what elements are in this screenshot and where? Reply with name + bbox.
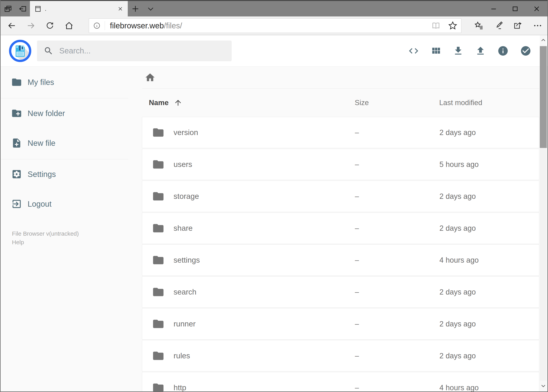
close-tab-icon[interactable] bbox=[117, 6, 124, 12]
breadcrumb-home-button[interactable] bbox=[145, 72, 156, 83]
file-size: – bbox=[350, 288, 437, 296]
file-row[interactable]: http – 4 hours ago bbox=[142, 372, 539, 392]
url-text[interactable]: filebrowser.web/files/ bbox=[110, 21, 182, 30]
back-button[interactable] bbox=[2, 18, 21, 34]
settings-icon bbox=[11, 169, 22, 180]
search-bar[interactable] bbox=[37, 41, 232, 61]
home-icon bbox=[64, 21, 74, 30]
file-name: search bbox=[173, 288, 196, 296]
upload-button[interactable] bbox=[475, 45, 486, 56]
sidebar-divider bbox=[0, 98, 128, 98]
breadcrumb bbox=[142, 67, 539, 88]
help-link[interactable]: Help bbox=[12, 238, 24, 246]
file-size: – bbox=[350, 320, 437, 328]
select-multiple-button[interactable] bbox=[520, 45, 531, 56]
scrollbar-up-button[interactable] bbox=[540, 35, 547, 45]
folder-icon bbox=[152, 190, 165, 203]
page-scrollbar[interactable] bbox=[540, 35, 547, 391]
settings-more-button[interactable] bbox=[528, 18, 548, 34]
reading-view-button[interactable] bbox=[428, 19, 444, 33]
share-icon bbox=[513, 21, 523, 30]
file-row[interactable]: share – 2 days ago bbox=[142, 213, 539, 244]
check-circle-icon bbox=[520, 45, 531, 56]
chevron-up-icon bbox=[541, 38, 546, 43]
file-name: users bbox=[173, 160, 192, 169]
logout-icon bbox=[11, 198, 22, 210]
title-bar: . bbox=[0, 0, 548, 16]
refresh-icon bbox=[45, 21, 54, 30]
file-name-cell: share bbox=[142, 222, 350, 234]
code-icon bbox=[408, 45, 419, 56]
sidebar-item-logout[interactable]: Logout bbox=[0, 192, 128, 216]
minimize-icon bbox=[490, 5, 498, 13]
info-button[interactable] bbox=[497, 45, 509, 56]
set-tabs-aside-button[interactable] bbox=[15, 1, 30, 16]
info-icon bbox=[497, 45, 509, 56]
grid-view-button[interactable] bbox=[430, 45, 441, 56]
app-header bbox=[0, 35, 548, 67]
folder-icon bbox=[152, 286, 165, 298]
file-row[interactable]: rules – 2 days ago bbox=[142, 340, 539, 371]
hub-icon bbox=[474, 21, 484, 30]
add-favorite-button[interactable] bbox=[444, 19, 461, 33]
sidebar-item-new-folder[interactable]: New folder bbox=[0, 102, 128, 125]
file-modified: 4 hours ago bbox=[437, 384, 539, 392]
tab-preview-button[interactable] bbox=[0, 1, 15, 16]
file-row[interactable]: users – 5 hours ago bbox=[142, 149, 539, 180]
file-name-cell: rules bbox=[142, 350, 350, 362]
file-row[interactable]: settings – 4 hours ago bbox=[142, 245, 539, 276]
file-size: – bbox=[350, 384, 437, 392]
tab-dropdown-button[interactable] bbox=[143, 1, 158, 16]
column-header-size[interactable]: Size bbox=[350, 99, 437, 107]
column-header-name[interactable]: Name bbox=[142, 98, 350, 107]
page-icon bbox=[34, 5, 42, 13]
raw-view-button[interactable] bbox=[408, 45, 419, 56]
file-size: – bbox=[350, 224, 437, 232]
url-separator bbox=[105, 21, 105, 30]
file-name: version bbox=[173, 128, 198, 137]
file-size: – bbox=[350, 128, 437, 137]
file-modified: 2 days ago bbox=[437, 192, 539, 201]
scrollbar-down-button[interactable] bbox=[540, 381, 547, 391]
column-header-modified[interactable]: Last modified bbox=[437, 99, 539, 107]
maximize-button[interactable] bbox=[504, 1, 526, 16]
download-button[interactable] bbox=[453, 45, 464, 56]
home-button[interactable] bbox=[59, 18, 79, 34]
site-info-button[interactable] bbox=[89, 19, 105, 33]
maximize-icon bbox=[511, 5, 519, 13]
file-name: storage bbox=[173, 192, 199, 201]
grid-view-icon bbox=[430, 45, 441, 56]
file-modified: 4 hours ago bbox=[437, 256, 539, 264]
file-name: runner bbox=[173, 320, 196, 328]
new-tab-button[interactable] bbox=[128, 1, 143, 16]
folder-icon bbox=[152, 318, 165, 330]
file-row[interactable]: version – 2 days ago bbox=[142, 117, 539, 148]
scrollbar-thumb[interactable] bbox=[540, 46, 547, 148]
folder-icon bbox=[11, 77, 22, 88]
chevron-down-icon bbox=[146, 5, 155, 13]
file-row[interactable]: storage – 2 days ago bbox=[142, 181, 539, 212]
search-input[interactable] bbox=[59, 46, 232, 55]
refresh-button[interactable] bbox=[40, 18, 59, 34]
upload-icon bbox=[475, 45, 486, 56]
file-row[interactable]: search – 2 days ago bbox=[142, 276, 539, 308]
share-button[interactable] bbox=[508, 18, 528, 34]
minimize-button[interactable] bbox=[483, 1, 504, 16]
file-name: rules bbox=[173, 351, 190, 360]
sidebar-item-label: New file bbox=[28, 139, 55, 147]
browser-tab[interactable]: . bbox=[30, 1, 128, 16]
file-row[interactable]: runner – 2 days ago bbox=[142, 308, 539, 340]
file-browser-logo[interactable] bbox=[9, 40, 32, 62]
file-listing: Name Size Last modified bbox=[142, 67, 539, 392]
url-bar[interactable]: filebrowser.web/files/ bbox=[89, 18, 461, 33]
sidebar-item-my-files[interactable]: My files bbox=[0, 70, 128, 94]
hub-favorites-button[interactable] bbox=[469, 18, 489, 34]
sidebar-item-new-file[interactable]: New file bbox=[0, 131, 128, 155]
folder-icon bbox=[152, 254, 165, 266]
web-note-button[interactable] bbox=[489, 18, 508, 34]
close-window-button[interactable] bbox=[526, 1, 548, 16]
sidebar-item-settings[interactable]: Settings bbox=[0, 162, 128, 186]
file-name-cell: storage bbox=[142, 190, 350, 203]
forward-button[interactable] bbox=[21, 18, 41, 34]
file-name: http bbox=[173, 383, 186, 392]
